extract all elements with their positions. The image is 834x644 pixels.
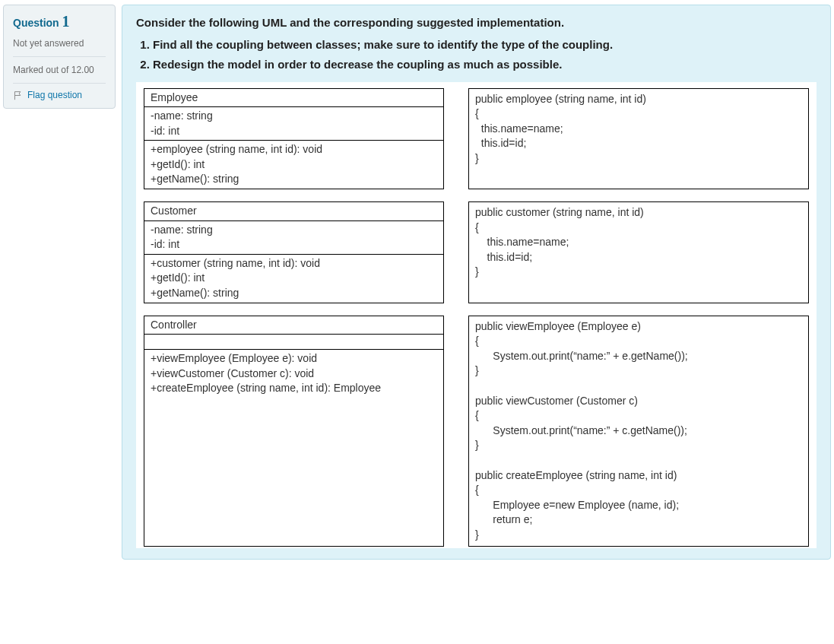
uml-attr: -name: string [151,223,437,238]
question-label: Question [13,17,59,29]
question-info-panel: Question 1 Not yet answered Marked out o… [3,5,116,109]
uml-op: +getName(): string [151,172,437,187]
uml-op: +viewEmployee (Employee e): void [151,351,437,366]
code-controller: public viewEmployee (Employee e) { Syste… [468,316,809,547]
uml-attr: -id: int [151,237,437,252]
marks-label: Marked out of 12.00 [13,63,106,77]
uml-diagram-area: Employee -name: string -id: int +employe… [136,82,817,548]
uml-class-name: Controller [144,316,443,335]
uml-op: +getName(): string [151,286,437,301]
task-item: Redesign the model in order to decrease … [153,56,817,73]
question-number: 1 [62,13,70,30]
uml-op: +createEmployee (string name, int id): E… [151,381,437,396]
uml-class-controller: Controller +viewEmployee (Employee e): v… [144,316,444,547]
uml-class-customer: Customer -name: string -id: int +custome… [144,201,444,303]
uml-op: +employee (string name, int id): void [151,142,437,157]
code-customer: public customer (string name, int id) { … [468,201,809,303]
flag-question-link[interactable]: Flag question [13,90,106,100]
uml-op: +getId(): int [151,271,437,286]
uml-attributes: -name: string -id: int [144,221,443,255]
flag-question-label: Flag question [27,90,82,100]
uml-class-name: Customer [144,202,443,221]
question-content-panel: Consider the following UML and the corre… [122,5,831,560]
uml-attr: -id: int [151,124,437,139]
uml-class-name: Employee [144,89,443,108]
uml-attributes: -name: string -id: int [144,107,443,141]
flag-icon [13,90,23,100]
uml-row-customer: Customer -name: string -id: int +custome… [144,201,809,303]
uml-op: +getId(): int [151,157,437,173]
uml-row-controller: Controller +viewEmployee (Employee e): v… [144,316,809,547]
question-header: Question 1 [13,13,106,30]
uml-operations: +customer (string name, int id): void +g… [144,255,443,303]
divider [13,56,106,57]
question-status: Not yet answered [13,36,106,50]
task-list: Find all the coupling between classes; m… [153,36,817,73]
uml-operations: +viewEmployee (Employee e): void +viewCu… [144,350,443,559]
uml-row-employee: Employee -name: string -id: int +employe… [144,88,809,190]
uml-attributes-empty [144,335,443,350]
uml-op: +customer (string name, int id): void [151,256,437,271]
uml-class-employee: Employee -name: string -id: int +employe… [144,88,444,190]
question-intro: Consider the following UML and the corre… [136,16,817,29]
divider [13,83,106,84]
code-employee: public employee (string name, int id) { … [468,88,809,190]
uml-attr: -name: string [151,109,437,124]
uml-operations: +employee (string name, int id): void +g… [144,141,443,189]
uml-op: +viewCustomer (Customer c): void [151,366,437,382]
task-item: Find all the coupling between classes; m… [153,36,817,53]
